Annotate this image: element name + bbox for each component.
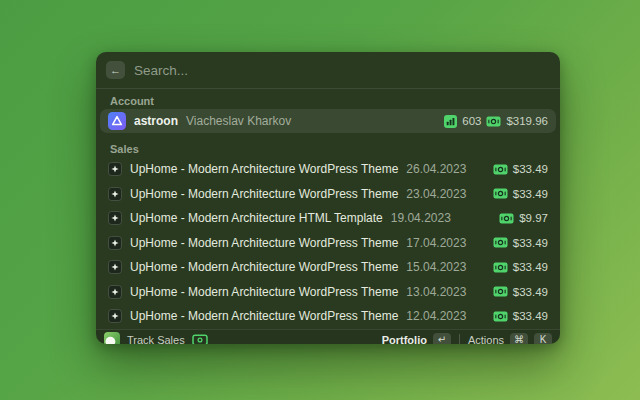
banknote-icon [493, 188, 508, 199]
sale-title: UpHome - Modern Architecture HTML Templa… [130, 211, 383, 225]
sale-title: UpHome - Modern Architecture WordPress T… [130, 162, 398, 176]
search-bar: ← [96, 52, 560, 88]
portfolio-action[interactable]: Portfolio [382, 334, 427, 344]
sale-date: 23.04.2023 [406, 187, 466, 201]
back-arrow-icon: ← [110, 65, 121, 76]
sale-date: 19.04.2023 [391, 211, 451, 225]
banknote-icon [493, 164, 508, 175]
footer-bar: Track Sales Portfolio ↵ Actions ⌘ K [96, 329, 560, 345]
banknote-icon [493, 311, 508, 322]
sale-row[interactable]: UpHome - Modern Architecture WordPress T… [100, 280, 556, 305]
command-key-icon[interactable]: ⌘ [510, 333, 528, 345]
total-amount-stat: $319.96 [486, 115, 548, 127]
k-key-icon[interactable]: K [534, 333, 552, 345]
sale-date: 17.04.2023 [406, 236, 466, 250]
account-row[interactable]: astroon Viacheslav Kharkov 603 [100, 109, 556, 133]
banknote-icon [486, 116, 501, 127]
sale-row[interactable]: UpHome - Modern Architecture WordPress T… [100, 157, 556, 182]
account-name: astroon [134, 114, 178, 128]
banknote-outline-icon [192, 334, 208, 344]
sale-title: UpHome - Modern Architecture WordPress T… [130, 260, 398, 274]
sale-row[interactable]: UpHome - Modern Architecture WordPress T… [100, 304, 556, 329]
sale-amount: $33.49 [513, 310, 548, 322]
footer-divider [459, 334, 460, 344]
sales-count-stat: 603 [444, 115, 481, 128]
section-label-account: Account [100, 91, 556, 109]
sale-amount: $33.49 [513, 237, 548, 249]
banknote-icon [493, 262, 508, 273]
sales-list: UpHome - Modern Architecture WordPress T… [100, 157, 556, 329]
extension-app-icon [104, 332, 120, 344]
sale-title: UpHome - Modern Architecture WordPress T… [130, 309, 398, 323]
sale-title: UpHome - Modern Architecture WordPress T… [130, 187, 398, 201]
sale-amount: $9.97 [519, 212, 548, 224]
account-subtitle: Viacheslav Kharkov [186, 114, 291, 128]
product-icon [108, 236, 122, 250]
search-input[interactable] [134, 63, 550, 78]
sale-row[interactable]: UpHome - Modern Architecture WordPress T… [100, 255, 556, 280]
launcher-window: ← Account astroon Viacheslav Kharkov [96, 52, 560, 344]
banknote-icon [493, 286, 508, 297]
return-key-icon[interactable]: ↵ [433, 333, 451, 345]
astroon-logo-icon [108, 112, 126, 130]
sale-amount: $33.49 [513, 286, 548, 298]
results-list: Account astroon Viacheslav Kharkov [96, 89, 560, 329]
sale-amount: $33.49 [513, 261, 548, 273]
product-icon [108, 162, 122, 176]
product-icon [108, 187, 122, 201]
banknote-icon [493, 237, 508, 248]
sale-date: 13.04.2023 [406, 285, 466, 299]
banknote-icon [499, 213, 514, 224]
sale-row[interactable]: UpHome - Modern Architecture HTML Templa… [100, 206, 556, 231]
sale-date: 26.04.2023 [406, 162, 466, 176]
sale-row[interactable]: UpHome - Modern Architecture WordPress T… [100, 231, 556, 256]
sale-title: UpHome - Modern Architecture WordPress T… [130, 236, 398, 250]
sale-title: UpHome - Modern Architecture WordPress T… [130, 285, 398, 299]
section-label-sales: Sales [100, 139, 556, 157]
actions-menu-button[interactable]: Actions [468, 334, 504, 344]
sale-date: 15.04.2023 [406, 260, 466, 274]
sale-amount: $33.49 [513, 163, 548, 175]
bar-chart-icon [444, 115, 457, 128]
sale-amount: $33.49 [513, 188, 548, 200]
total-amount-value: $319.96 [506, 115, 548, 127]
extension-name: Track Sales [127, 334, 185, 344]
sale-date: 12.04.2023 [406, 309, 466, 323]
product-icon [108, 309, 122, 323]
sale-row[interactable]: UpHome - Modern Architecture WordPress T… [100, 182, 556, 207]
back-button[interactable]: ← [106, 61, 125, 79]
product-icon [108, 260, 122, 274]
sales-count-value: 603 [462, 115, 481, 127]
product-icon [108, 285, 122, 299]
product-icon [108, 211, 122, 225]
